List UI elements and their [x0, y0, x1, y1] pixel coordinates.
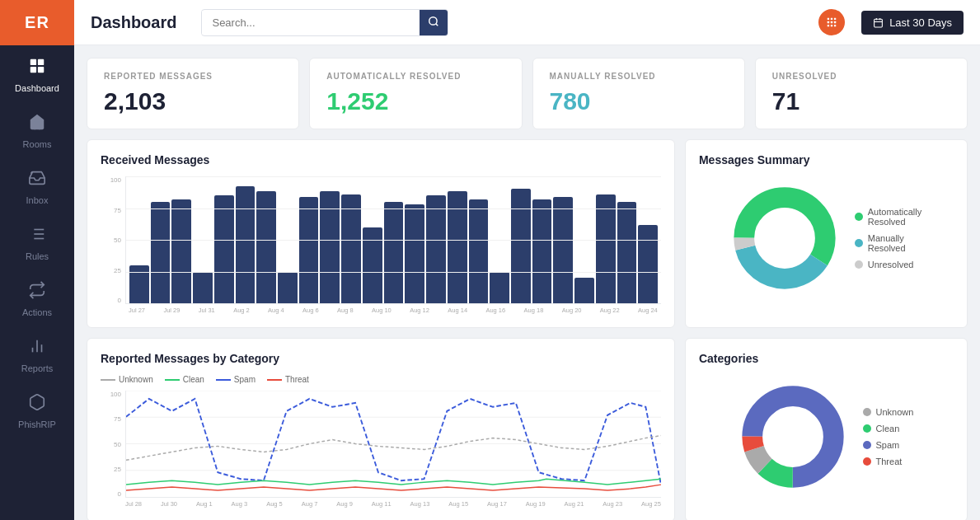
svg-rect-0 — [30, 59, 36, 65]
stat-value-manual: 780 — [550, 87, 728, 115]
bar-x-label: Jul 29 — [163, 307, 180, 314]
svg-rect-1 — [38, 59, 44, 65]
sidebar-item-label-rooms: Rooms — [23, 139, 52, 149]
legend-label-unresolved: Unresolved — [868, 260, 914, 269]
legend-dash-spam — [216, 379, 231, 381]
sidebar-item-reports[interactable]: Reports — [0, 326, 74, 382]
categories-legend: Unknown Clean Spam Threat — [863, 407, 914, 466]
bar — [278, 272, 298, 304]
bar — [553, 197, 573, 303]
legend-label-auto: AutomaticallyResolved — [868, 207, 921, 227]
legend-dash-clean — [165, 379, 180, 381]
date-range-label: Last 30 Days — [889, 16, 952, 29]
bar-x-label: Aug 14 — [448, 307, 467, 314]
stat-label-unresolved: UNRESOLVED — [772, 72, 950, 81]
bar — [193, 272, 213, 304]
legend-manually-resolved: ManuallyResolved — [855, 233, 921, 253]
sidebar-item-label-rules: Rules — [26, 251, 49, 261]
legend-label-clean-line: Clean — [183, 375, 204, 384]
sidebar-item-rooms[interactable]: Rooms — [0, 101, 74, 157]
stat-card-manual: MANUALLY RESOLVED 780 — [532, 58, 745, 129]
legend-label-cat-spam: Spam — [876, 440, 900, 450]
legend-cat-spam: Spam — [863, 440, 914, 450]
rules-icon — [28, 225, 46, 247]
dashboard-icon — [28, 57, 46, 79]
bar — [341, 194, 361, 303]
bar — [490, 272, 509, 304]
bar — [151, 202, 171, 303]
donut-container: AutomaticallyResolved ManuallyResolved U… — [699, 176, 954, 300]
bar — [574, 278, 594, 303]
date-range-button[interactable]: Last 30 Days — [861, 11, 964, 35]
svg-rect-16 — [831, 18, 832, 20]
stats-row: REPORTED MESSAGES 2,103 AUTOMATICALLY RE… — [87, 58, 968, 129]
legend-dot-cat-clean — [863, 424, 871, 433]
sidebar-item-phishrip[interactable]: PhishRIP — [0, 382, 74, 438]
bar — [532, 199, 552, 303]
bar — [405, 204, 424, 303]
apps-button[interactable] — [818, 9, 845, 35]
main-content: Dashboard Last 30 Days REPORTED MESSAGES… — [74, 0, 980, 520]
legend-label-cat-unknown: Unknown — [876, 407, 914, 417]
legend-cat-unknown: Unknown — [863, 407, 914, 417]
bar — [617, 202, 637, 303]
legend-label-cat-clean: Clean — [876, 424, 900, 433]
bar — [596, 194, 616, 303]
stat-label-manual: MANUALLY RESOLVED — [550, 72, 728, 81]
svg-rect-2 — [30, 67, 36, 73]
received-messages-chart: Received Messages 1007550250 — [87, 139, 675, 328]
stat-value-auto: 1,252 — [326, 87, 504, 115]
bar — [236, 186, 256, 303]
legend-dash-threat — [267, 379, 282, 381]
legend-threat: Threat — [267, 375, 309, 384]
summary-donut-svg — [731, 185, 838, 292]
legend-dot-cat-spam — [863, 441, 871, 449]
legend-cat-clean: Clean — [863, 424, 914, 433]
stat-label-reported: REPORTED MESSAGES — [104, 72, 282, 81]
messages-summary-title: Messages Summary — [699, 153, 954, 166]
svg-rect-3 — [38, 67, 44, 73]
line-legend: Unknown Clean Spam Threat — [101, 375, 661, 384]
sidebar-item-dashboard[interactable]: Dashboard — [0, 45, 74, 101]
category-chart: Reported Messages by Category Unknown Cl… — [87, 338, 675, 520]
svg-rect-22 — [831, 25, 832, 26]
stat-card-auto: AUTOMATICALLY RESOLVED 1,252 — [309, 58, 522, 129]
categories-donut-svg — [739, 383, 846, 490]
sidebar-item-rules[interactable]: Rules — [0, 213, 74, 269]
svg-rect-23 — [834, 25, 836, 26]
bar-x-label: Aug 6 — [302, 307, 319, 314]
legend-label-cat-threat: Threat — [876, 457, 903, 466]
bar-x-label: Aug 16 — [485, 307, 505, 314]
bar-x-label: Aug 18 — [524, 307, 544, 314]
legend-dot-cat-unknown — [863, 408, 871, 416]
legend-label-threat-line: Threat — [285, 375, 309, 384]
bar — [256, 191, 276, 303]
bar-x-label: Aug 12 — [410, 307, 429, 314]
dashboard-body: REPORTED MESSAGES 2,103 AUTOMATICALLY RE… — [74, 45, 980, 520]
bar — [320, 191, 340, 303]
sidebar-item-inbox[interactable]: Inbox — [0, 157, 74, 213]
search-button[interactable] — [420, 10, 448, 35]
stat-value-unresolved: 71 — [772, 87, 950, 115]
svg-rect-20 — [834, 21, 836, 23]
summary-legend: AutomaticallyResolved ManuallyResolved U… — [855, 207, 921, 269]
svg-rect-17 — [834, 18, 836, 20]
bar — [469, 199, 489, 303]
phishrip-icon — [28, 393, 46, 415]
legend-dot-unresolved — [855, 260, 863, 269]
sidebar-item-label-reports: Reports — [21, 363, 54, 373]
search-input[interactable] — [202, 11, 420, 35]
legend-label-manual: ManuallyResolved — [868, 233, 906, 253]
stat-label-auto: AUTOMATICALLY RESOLVED — [326, 72, 504, 81]
svg-rect-24 — [874, 19, 883, 27]
legend-dot-manual — [855, 239, 863, 247]
sidebar-item-label-actions: Actions — [22, 307, 52, 317]
bar — [448, 191, 467, 303]
legend-label-unknown-line: Unknown — [119, 375, 153, 384]
legend-unknown: Unknown — [101, 375, 153, 384]
bar-x-label: Aug 24 — [638, 307, 658, 314]
svg-rect-21 — [828, 25, 829, 26]
svg-rect-18 — [828, 21, 829, 23]
bar — [426, 195, 446, 303]
sidebar-item-actions[interactable]: Actions — [0, 269, 74, 326]
